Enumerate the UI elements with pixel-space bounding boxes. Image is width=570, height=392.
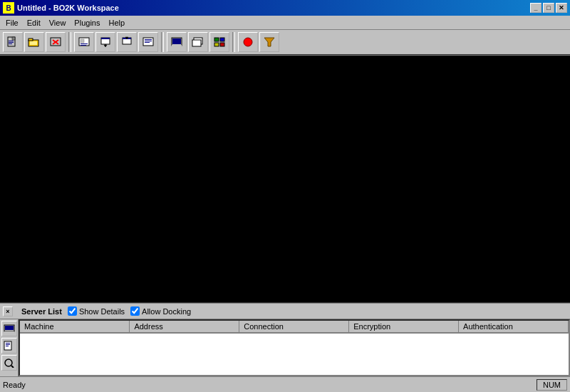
close-button[interactable]: ✕ [556,3,567,13]
allow-docking-label: Allow Docking [142,307,191,316]
svg-rect-23 [143,38,153,46]
col-encryption: Encryption [349,321,459,333]
side-btn-1[interactable] [1,321,17,336]
side-btn-3[interactable] [1,355,17,371]
toolbar-btn-4[interactable] [74,32,94,52]
allow-docking-checkbox[interactable] [130,306,140,316]
bottom-panel: × Server List Show Details Allow Docking [0,302,570,376]
svg-rect-35 [220,43,224,46]
menu-view[interactable]: View [45,17,71,29]
server-list-table-container: Machine Address Connection Encryption Au… [19,319,570,376]
svg-marker-17 [104,45,107,47]
svg-rect-32 [214,38,219,41]
col-connection: Connection [239,321,349,333]
toolbar-btn-filter[interactable] [259,32,279,52]
workspace-area [0,56,570,302]
title-bar-buttons: _ □ ✕ [530,3,567,13]
allow-docking-checkbox-label[interactable]: Allow Docking [130,306,191,316]
menu-help[interactable]: Help [104,17,129,29]
svg-rect-4 [9,43,12,44]
toolbar-sep-3 [232,32,235,52]
toolbar-btn-open[interactable] [24,32,44,52]
svg-rect-43 [6,344,10,345]
col-address: Address [130,321,239,333]
menu-bar: File Edit View Plugins Help [0,16,570,30]
svg-rect-28 [172,38,181,44]
svg-rect-44 [6,346,9,346]
svg-rect-24 [145,39,152,40]
minimize-button[interactable]: _ [530,3,542,13]
toolbar-btn-9[interactable] [188,32,208,52]
svg-rect-39 [5,326,14,330]
app-window: B Untitled - BO2K Workspace _ □ ✕ File E… [0,0,570,392]
title-bar-left: B Untitled - BO2K Workspace [3,2,119,14]
svg-rect-6 [28,38,33,41]
window-title: Untitled - BO2K Workspace [17,4,119,12]
svg-rect-31 [192,40,201,46]
svg-rect-29 [172,45,182,46]
status-text: Ready [3,381,26,389]
toolbar-btn-7[interactable] [138,32,158,52]
svg-rect-40 [4,331,14,333]
toolbar-btn-red[interactable] [238,32,258,52]
show-details-label: Show Details [79,307,125,316]
toolbar-btn-new[interactable] [3,32,23,52]
col-authentication: Authentication [459,321,569,333]
show-details-checkbox[interactable] [68,306,77,316]
maximize-button[interactable]: □ [543,3,554,13]
svg-marker-37 [264,38,274,46]
svg-point-45 [5,359,12,366]
toolbar-btn-10[interactable] [209,32,229,52]
svg-rect-26 [145,42,150,43]
menu-file[interactable]: File [1,17,23,29]
toolbar-btn-8[interactable] [167,32,187,52]
toolbar-btn-close[interactable] [46,32,66,52]
panel-close-button[interactable]: × [3,306,13,316]
status-bar: Ready NUM [0,376,570,392]
panel-header: × Server List Show Details Allow Docking [0,304,570,319]
side-buttons [0,319,19,376]
svg-line-46 [11,366,14,368]
svg-rect-34 [214,43,219,46]
toolbar-btn-6[interactable] [117,32,137,52]
server-list-area: Machine Address Connection Encryption Au… [0,319,570,376]
num-lock-indicator: NUM [537,379,567,391]
menu-plugins[interactable]: Plugins [70,17,104,29]
menu-edit[interactable]: Edit [23,17,45,29]
svg-rect-14 [81,45,86,46]
svg-point-36 [244,38,252,46]
svg-rect-1 [12,37,15,40]
svg-rect-16 [101,38,110,39]
svg-rect-12 [81,39,84,43]
col-machine: Machine [20,321,130,333]
svg-rect-42 [6,343,10,344]
toolbar [0,30,570,56]
toolbar-btn-5[interactable] [95,32,115,52]
title-bar: B Untitled - BO2K Workspace _ □ ✕ [0,0,570,16]
toolbar-sep-1 [68,32,71,52]
app-icon: B [3,2,14,14]
svg-rect-7 [30,41,37,45]
svg-rect-13 [81,43,88,44]
svg-rect-33 [220,38,224,41]
side-btn-2[interactable] [1,338,17,354]
server-list-table: Machine Address Connection Encryption Au… [20,321,569,334]
panel-title: Server List [21,307,62,316]
show-details-checkbox-label[interactable]: Show Details [68,306,125,316]
svg-rect-2 [9,41,14,41]
svg-rect-3 [9,42,14,43]
toolbar-sep-2 [161,32,164,52]
svg-rect-25 [145,41,152,41]
